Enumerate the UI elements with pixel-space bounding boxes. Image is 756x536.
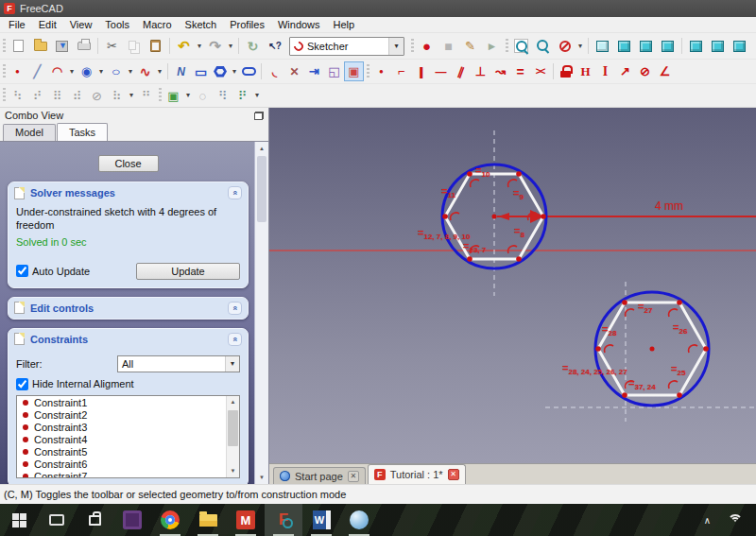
constraint-marker[interactable]: =25 [671,363,685,377]
select-origin-button[interactable] [193,86,213,106]
constraint-marker[interactable]: =11 [441,185,455,199]
close-button[interactable]: Close [98,155,159,172]
menu-item[interactable]: Profiles [223,18,271,31]
scroll-up-icon[interactable]: ▲ [255,142,268,155]
tab-tasks[interactable]: Tasks [57,123,108,141]
constraint-list-item[interactable]: Constraint6 [17,458,226,471]
constraint-marker[interactable]: =12, 7, 8, 9, 10 [418,227,470,241]
constraint-parallel-button[interactable] [451,61,471,81]
menu-item[interactable]: Macro [136,18,179,31]
print-button[interactable] [73,35,94,58]
float-panel-icon[interactable] [254,112,264,120]
menu-item[interactable]: File [2,18,32,31]
macro-play-button[interactable] [481,35,503,58]
close-tab-icon[interactable] [448,469,459,480]
menu-item[interactable]: Windows [271,18,327,31]
workbench-selector[interactable]: Sketcher ▾ [289,37,404,56]
constraint-list-item[interactable]: Constraint1 [17,397,226,409]
view-left-button[interactable] [729,35,750,58]
constraint-marker[interactable]: =10 [475,164,490,179]
auto-update-checkbox[interactable] [16,265,28,277]
close-tab-icon[interactable] [348,471,359,482]
constraints-filter-select[interactable]: All ▾ [117,355,240,372]
macro-record-button[interactable] [416,35,438,58]
sketch-clone-button[interactable] [27,86,47,106]
select-dof-button[interactable] [213,86,232,106]
constraint-horizontal-button[interactable] [431,61,451,81]
constraint-marker[interactable]: =37, 24 [628,377,656,391]
arc-dropdown[interactable] [67,61,77,81]
create-circle-button[interactable] [77,61,96,81]
start-button[interactable] [0,504,38,536]
constraints-list-scrollbar[interactable]: ▲ ▼ [226,396,239,477]
ellipse-dropdown[interactable] [126,61,135,81]
constraint-radius-button[interactable] [635,61,655,81]
select-constraints-button[interactable] [163,86,183,106]
constraint-marker[interactable]: =8 [514,225,524,239]
paste-button[interactable] [145,35,166,58]
sketch-ellipse-tools-button[interactable] [87,86,107,106]
fillet-button[interactable] [265,61,284,81]
constraint-marker[interactable]: =27 [638,301,652,315]
circle-dropdown[interactable] [96,61,106,81]
constraint-list-item[interactable]: Constraint4 [17,434,226,446]
constraint-list-item[interactable]: Constraint3 [17,422,226,434]
freecad-button[interactable] [265,504,302,536]
dimension-label[interactable]: 4 mm [655,199,683,213]
solver-message[interactable]: Under-constrained sketch with 4 degrees … [16,205,240,233]
constraint-equal-button[interactable] [510,61,530,81]
tasks-scrollbar[interactable]: ▲ ▼ [254,142,268,484]
tray-chevron-up-icon[interactable]: ∧ [704,515,711,526]
constraint-vdistance-button[interactable] [595,61,615,81]
create-slot-button[interactable] [239,61,258,81]
create-polyline-button[interactable] [171,61,191,81]
extend-button[interactable] [304,61,324,81]
menu-item[interactable]: Edit [32,18,63,31]
scroll-down-icon[interactable]: ▼ [227,465,239,477]
menu-item[interactable]: Help [327,18,362,31]
undo-button[interactable] [173,35,195,58]
cut-button[interactable] [101,35,123,58]
view-right-button[interactable] [657,35,679,58]
constraint-list-item[interactable]: Constraint7 [17,471,226,477]
task-view-button[interactable] [38,504,76,536]
create-line-button[interactable] [27,61,47,81]
sketch-move-button[interactable] [67,86,87,106]
draw-style-dropdown[interactable] [576,35,585,58]
constraint-symmetric-button[interactable] [530,61,550,81]
external-geometry-button[interactable] [324,61,344,81]
constraint-marker[interactable]: =28, 24, 25, 26, 27 [562,362,627,376]
create-rectangle-button[interactable] [191,61,211,81]
fit-all-button[interactable] [510,35,532,58]
create-arc-button[interactable] [47,61,67,81]
redo-dropdown[interactable] [226,35,235,58]
constraint-angle-button[interactable] [655,61,675,81]
undo-dropdown[interactable] [195,35,204,58]
view-rear-button[interactable] [685,35,707,58]
sketch-symmetry-button[interactable] [8,86,27,106]
wifi-icon[interactable] [728,514,743,526]
sketch-copy-button[interactable] [47,86,67,106]
view-bottom-button[interactable] [707,35,729,58]
bspline-dropdown[interactable] [155,61,164,81]
hide-internal-option[interactable]: Hide Internal Aligment [16,378,240,390]
draw-style-button[interactable] [554,35,576,58]
save-file-button[interactable] [51,35,73,58]
scrollbar-thumb[interactable] [228,410,238,446]
dropdown-arrow-icon2[interactable]: ▾ [225,356,239,372]
collapse-chevron-icon[interactable] [228,186,242,199]
3d-viewport[interactable]: =10=11=9=8=12, 7, 8, 9, 10=23, 7=27=28=2… [269,108,756,463]
create-ellipse-button[interactable] [106,61,126,81]
file-explorer-button[interactable] [189,504,227,536]
workbench-dropdown-arrow-icon[interactable]: ▾ [388,38,404,55]
scrollbar-thumb[interactable] [257,156,266,222]
hide-internal-checkbox[interactable] [16,378,28,390]
chrome-button[interactable] [151,504,189,536]
constraint-perpendicular-button[interactable] [471,61,490,81]
select-constraints-dropdown[interactable] [183,86,193,106]
constraint-list-item[interactable]: Constraint5 [17,446,226,458]
gmail-button[interactable] [227,504,265,536]
constraint-tangent-button[interactable] [490,61,510,81]
sketch-tools-dropdown[interactable] [127,86,136,106]
constraint-list-item[interactable]: Constraint2 [17,409,226,422]
